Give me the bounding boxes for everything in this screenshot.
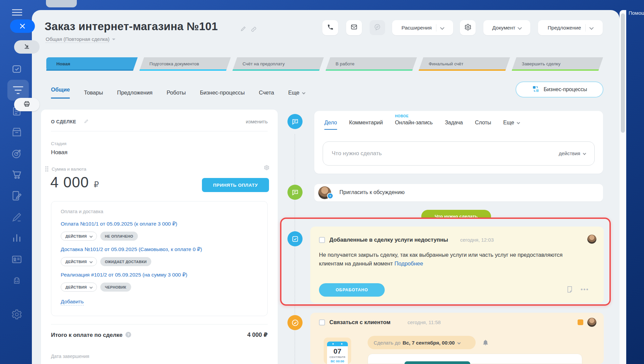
tab-scheta[interactable]: Счета xyxy=(259,89,274,96)
help-icon[interactable]: ? xyxy=(125,332,131,338)
todo-title[interactable]: Добавленные в сделку услуги недоступны xyxy=(329,237,448,243)
robot-icon[interactable] xyxy=(11,275,22,287)
stage-bar: Новая Подготовка документов Счёт на пред… xyxy=(46,57,603,71)
document-edit-icon[interactable] xyxy=(11,190,22,201)
calendar-month: СЕНТЯБРЯ xyxy=(327,356,348,359)
tab-delo[interactable]: Дело xyxy=(324,120,337,130)
tab-biznes-processy[interactable]: Бизнес-процессы xyxy=(200,89,245,96)
hamburger-menu-icon[interactable] xyxy=(12,9,22,16)
analytics-chart-icon[interactable] xyxy=(11,232,22,244)
cut-off-button[interactable] xyxy=(405,361,470,364)
edit-section-icon[interactable] xyxy=(84,119,89,125)
tab-timeline-more[interactable]: Еще xyxy=(503,120,520,126)
currency-sign: ₽ xyxy=(94,180,99,189)
tab-tovary[interactable]: Товары xyxy=(84,89,103,96)
sign-pen-icon[interactable] xyxy=(11,211,22,223)
contact-card-icon[interactable] xyxy=(11,254,22,265)
call-button[interactable] xyxy=(322,20,338,35)
drag-handle[interactable] xyxy=(45,166,49,172)
timeline-comment-icon xyxy=(287,185,303,200)
section-title: О СДЕЛКЕ xyxy=(51,119,76,124)
due-date-dropdown[interactable]: Сделать до Вс, 7 сентября, 00:00 xyxy=(368,336,476,349)
divider xyxy=(436,24,436,32)
chevron-down-icon xyxy=(89,260,93,263)
crm-funnel-icon[interactable] xyxy=(13,86,23,95)
todo-input[interactable] xyxy=(323,141,595,166)
help-link[interactable]: Помощь xyxy=(629,10,644,16)
tab-onlayn-zapis[interactable]: НОВОЕ Онлайн-запись xyxy=(395,120,433,126)
timeline-tabs: Дело Комментарий НОВОЕ Онлайн-запись Зад… xyxy=(324,120,520,130)
edit-deal-link[interactable]: изменить xyxy=(246,119,268,124)
delivery-badges: ДЕЙСТВИЯ ОЖИДАЕТ ДОСТАВКИ xyxy=(61,257,151,266)
tab-obshchie[interactable]: Общие xyxy=(51,86,70,99)
stage-novaya[interactable]: Новая xyxy=(46,57,138,71)
more-details-link[interactable]: Подробнее xyxy=(394,260,423,266)
payment-link[interactable]: Оплата №101/1 от 05.09.2025 (к оплате 3 … xyxy=(61,221,177,227)
realization-link[interactable]: Реализация #101/2 от 05.09.2025 (на сумм… xyxy=(61,272,187,278)
todo-body-text: Не получается закрыть сделку, так как вы… xyxy=(319,252,562,266)
actions-label: действия xyxy=(559,150,580,156)
collapse-pill[interactable] xyxy=(14,40,40,54)
settings-button[interactable] xyxy=(460,20,476,35)
actions-dropdown[interactable]: ДЕЙСТВИЯ xyxy=(61,283,97,292)
bitrix-deal-page: { "app": { "help": "Помощь" }, "header":… xyxy=(0,0,644,364)
email-button[interactable] xyxy=(346,20,362,35)
warehouse-icon[interactable] xyxy=(11,126,22,138)
add-payment-link[interactable]: Добавить xyxy=(61,299,84,305)
sidebar xyxy=(0,0,32,364)
actions-dropdown[interactable]: ДЕЙСТВИЯ xyxy=(61,232,97,241)
reminder-bell-icon[interactable] xyxy=(482,339,489,347)
processed-button[interactable]: ОБРАБОТАНО xyxy=(319,283,385,297)
chat-transfer-button[interactable] xyxy=(370,20,385,35)
tab-zadacha[interactable]: Задача xyxy=(445,120,463,126)
stage-podgotovka[interactable]: Подготовка документов xyxy=(140,57,231,71)
task-checkbox[interactable] xyxy=(319,319,325,325)
tasks-icon[interactable] xyxy=(11,63,22,75)
accept-payment-button[interactable]: ПРИНЯТЬ ОПЛАТУ xyxy=(202,178,269,192)
print-pill[interactable] xyxy=(14,98,40,111)
task-comment-box[interactable] xyxy=(368,354,582,364)
stage-label: В работе xyxy=(336,61,355,66)
close-slider-button[interactable] xyxy=(10,19,35,33)
settings-gear-icon[interactable] xyxy=(11,309,22,320)
delivery-link[interactable]: Доставка №101/2 от 05.09.2025 (Самовывоз… xyxy=(61,246,202,252)
more-actions-ellipsis[interactable]: ••• xyxy=(581,286,589,293)
marketing-target-icon[interactable] xyxy=(11,148,22,159)
task-time: сегодня, 11:58 xyxy=(408,319,441,325)
business-process-button[interactable]: Бизнес-процессы xyxy=(516,81,603,98)
shop-cart-icon[interactable] xyxy=(11,169,22,180)
task-title[interactable]: Связаться с клиентом xyxy=(329,319,390,325)
tab-sloty[interactable]: Слоты xyxy=(475,120,491,126)
pipeline-selector[interactable]: Общая (Повторная сделка) xyxy=(46,36,115,42)
help-label: Помощь xyxy=(629,10,644,16)
tab-kommentariy[interactable]: Комментарий xyxy=(349,120,383,126)
document-button[interactable]: Документ xyxy=(483,20,530,35)
proposal-button[interactable]: Предложение xyxy=(538,20,603,35)
edit-title-icon[interactable] xyxy=(240,25,247,33)
todo-actions-dropdown[interactable]: действия xyxy=(559,150,586,156)
timeline-composer-card: Дело Комментарий НОВОЕ Онлайн-запись Зад… xyxy=(314,111,603,174)
extensions-button[interactable]: Расширения xyxy=(392,20,453,35)
field-settings-icon[interactable] xyxy=(264,165,270,172)
copy-link-icon[interactable] xyxy=(251,26,257,34)
window-tab-stub xyxy=(46,0,77,7)
timeline-task-icon xyxy=(287,315,303,330)
chevron-down-icon xyxy=(517,121,520,124)
stage-v-rabote[interactable]: В работе xyxy=(326,57,417,71)
tab-predlozheniya[interactable]: Предложения xyxy=(117,89,153,96)
stage-field-value[interactable]: Новая xyxy=(51,149,67,156)
scrollbar-thumb[interactable] xyxy=(621,13,625,133)
page-title: Заказ интернет-магазина №101 xyxy=(45,20,218,33)
total-value: 4 000 ₽ xyxy=(247,331,268,339)
tab-roboty[interactable]: Роботы xyxy=(167,89,186,96)
todo-checkbox[interactable] xyxy=(319,237,325,243)
calendar-weekday-time: ВС 00:00 xyxy=(327,359,348,363)
calendar-widget[interactable]: 07 СЕНТЯБРЯ ВС 00:00 xyxy=(324,338,351,364)
tab-more[interactable]: Еще xyxy=(288,89,305,96)
stage-finalny-schet[interactable]: Финальный счёт xyxy=(419,57,510,71)
stage-zavershit[interactable]: Завершить сделку xyxy=(512,57,603,71)
invite-card[interactable]: + Пригласить к обсуждению xyxy=(314,184,603,201)
actions-dropdown[interactable]: ДЕЙСТВИЯ xyxy=(61,257,97,266)
stage-schet-predoplata[interactable]: Счёт на предоплату xyxy=(232,57,324,71)
note-icon[interactable] xyxy=(566,286,574,295)
